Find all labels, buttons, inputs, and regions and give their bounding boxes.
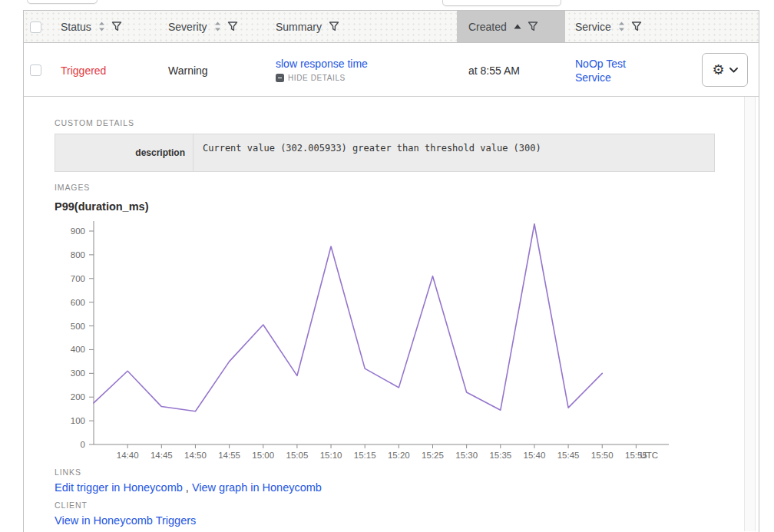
svg-text:15:50: 15:50 (591, 451, 614, 460)
svg-text:400: 400 (71, 345, 85, 354)
column-header-created[interactable]: Created (457, 11, 565, 42)
svg-text:500: 500 (71, 322, 85, 331)
sort-both-icon[interactable] (98, 21, 105, 31)
alerts-table: Status Severity Summary (23, 10, 759, 532)
svg-text:15:45: 15:45 (557, 451, 580, 460)
svg-text:14:55: 14:55 (218, 451, 240, 460)
links-label: LINKS (55, 468, 759, 477)
filter-funnel-icon[interactable] (227, 21, 238, 31)
chevron-down-icon (729, 68, 738, 73)
gear-icon: ⚙ (712, 63, 724, 77)
details-scrollbar[interactable] (744, 97, 756, 531)
detail-key: description (55, 134, 194, 171)
svg-text:UTC: UTC (640, 451, 658, 460)
column-label: Service (575, 21, 611, 33)
sort-both-icon[interactable] (214, 21, 221, 31)
svg-text:15:25: 15:25 (422, 451, 444, 460)
column-header-severity[interactable]: Severity (168, 11, 238, 42)
edit-trigger-link[interactable]: Edit trigger in Honeycomb (55, 481, 183, 494)
table-header-row: Status Severity Summary (24, 11, 759, 43)
hide-details-toggle[interactable]: HIDE DETAILS (276, 74, 368, 82)
status-value: Triggered (61, 64, 106, 77)
row-checkbox[interactable] (30, 64, 41, 76)
row-actions-button[interactable]: ⚙ (702, 53, 748, 87)
filter-funnel-icon[interactable] (631, 21, 642, 31)
images-chart: 010020030040050060070080090014:4014:4514… (55, 214, 669, 461)
service-cell: NoOp Test Service (575, 57, 646, 84)
column-header-service[interactable]: Service (575, 11, 642, 42)
toolbar-button-partial-left[interactable] (27, 0, 98, 4)
summary-cell: slow response time HIDE DETAILS (276, 58, 368, 82)
view-graph-link[interactable]: View graph in Honeycomb (192, 481, 322, 494)
links-separator: , (183, 481, 192, 494)
client-link[interactable]: View in Honeycomb Triggers (55, 514, 196, 527)
client-label: CLIENT (55, 501, 759, 510)
column-label: Status (61, 21, 91, 33)
svg-text:14:45: 14:45 (150, 451, 173, 460)
filter-funnel-icon[interactable] (111, 21, 122, 31)
svg-text:0: 0 (81, 440, 85, 449)
svg-text:15:40: 15:40 (524, 451, 546, 460)
svg-text:15:05: 15:05 (286, 451, 309, 460)
svg-text:100: 100 (71, 416, 85, 425)
svg-text:15:20: 15:20 (388, 451, 410, 460)
images-label: IMAGES (55, 183, 759, 192)
severity-value: Warning (168, 64, 208, 77)
summary-link[interactable]: slow response time (276, 58, 368, 70)
service-link[interactable]: NoOp Test Service (575, 58, 626, 84)
alert-details-panel: CUSTOM DETAILS description Current value… (24, 97, 759, 531)
svg-text:600: 600 (71, 298, 85, 307)
svg-text:15:35: 15:35 (489, 451, 511, 460)
filter-funnel-icon[interactable] (528, 21, 538, 31)
filter-funnel-icon[interactable] (329, 21, 339, 31)
svg-text:15:00: 15:00 (252, 451, 274, 460)
custom-details-table: description Current value (302.005933) g… (55, 134, 715, 172)
svg-text:14:50: 14:50 (184, 451, 207, 460)
column-header-summary[interactable]: Summary (276, 11, 339, 42)
svg-text:900: 900 (71, 226, 85, 236)
table-row: Triggered Warning slow response time HID… (24, 43, 759, 97)
chart-title: P99(duration_ms) (55, 200, 759, 213)
client-line: View in Honeycomb Triggers (55, 514, 759, 527)
custom-details-label: CUSTOM DETAILS (55, 118, 759, 127)
select-all-checkbox[interactable] (30, 21, 41, 33)
svg-text:300: 300 (71, 368, 85, 378)
svg-text:800: 800 (71, 250, 85, 259)
sort-ascending-icon[interactable] (514, 24, 521, 29)
svg-text:15:10: 15:10 (320, 451, 342, 460)
svg-text:14:40: 14:40 (117, 451, 139, 460)
column-label: Summary (276, 21, 322, 33)
detail-value: Current value (302.005933) greater than … (194, 134, 714, 171)
toolbar-button-partial-right[interactable] (442, 0, 561, 6)
hide-details-label: HIDE DETAILS (288, 74, 346, 82)
created-value: at 8:55 AM (468, 64, 520, 77)
column-header-status[interactable]: Status (61, 11, 122, 42)
collapse-minus-icon (276, 74, 284, 82)
sort-both-icon[interactable] (618, 21, 625, 31)
svg-text:15:15: 15:15 (354, 451, 376, 460)
svg-text:200: 200 (71, 392, 85, 401)
column-label: Severity (168, 21, 207, 33)
svg-text:700: 700 (71, 274, 85, 283)
links-line: Edit trigger in Honeycomb , View graph i… (55, 481, 759, 494)
alerts-page: Status Severity Summary (0, 0, 774, 532)
svg-text:15:30: 15:30 (455, 451, 478, 460)
column-label: Created (468, 21, 507, 33)
